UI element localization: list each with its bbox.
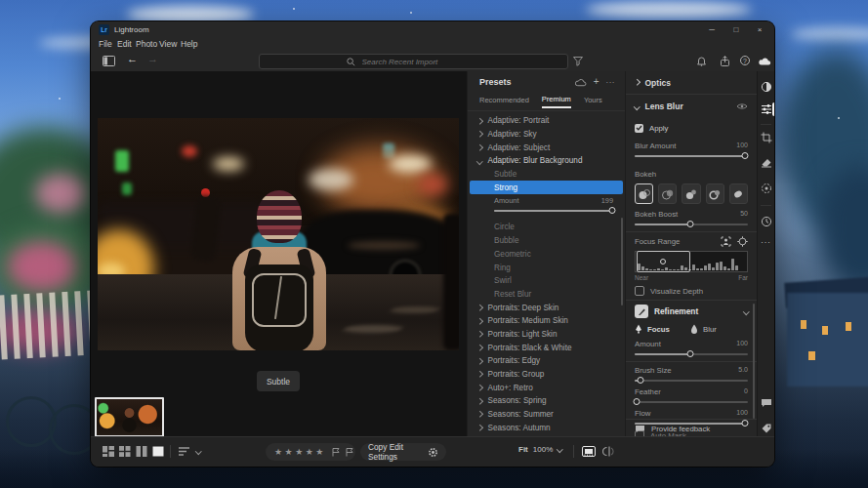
menu-view[interactable]: View <box>159 39 177 49</box>
preset-group[interactable]: Adaptive: Portrait <box>468 114 625 128</box>
comments-icon[interactable] <box>761 398 772 410</box>
eye-icon[interactable] <box>736 102 748 110</box>
menu-help[interactable]: Help <box>181 39 197 49</box>
zoom-level[interactable]: 100% <box>533 445 553 454</box>
help-icon[interactable]: ? <box>740 56 750 65</box>
copy-edit-settings-button[interactable]: Copy Edit Settings <box>368 442 421 462</box>
optics-section-header[interactable]: Optics <box>626 71 757 95</box>
select-subject-icon[interactable] <box>721 236 731 247</box>
lens-blur-section-header[interactable]: Lens Blur <box>626 95 757 118</box>
target-focus-icon[interactable] <box>737 236 748 247</box>
preset-group[interactable]: Portraits: Edgy <box>468 354 625 368</box>
preset-style[interactable]: Bubble <box>468 234 625 248</box>
bokeh-shape-geometric[interactable] <box>682 183 700 204</box>
preset-group[interactable]: Portraits: Light Skin <box>468 328 625 342</box>
search-box[interactable] <box>259 54 568 69</box>
pick-flag-icon[interactable] <box>332 448 340 457</box>
preset-sync-cloud-icon[interactable] <box>575 78 587 87</box>
focus-range-handle[interactable] <box>660 259 666 264</box>
preset-group[interactable]: Portraits: Medium Skin <box>468 314 625 328</box>
masking-icon[interactable] <box>761 183 772 194</box>
filmstrip-thumbnail[interactable] <box>95 397 164 437</box>
refinement-collapse-chevron-icon[interactable] <box>743 308 749 314</box>
preset-style[interactable]: Circle <box>468 221 625 234</box>
tab-recommended[interactable]: Recommended <box>479 96 529 107</box>
presets-more-icon[interactable]: ··· <box>606 78 616 87</box>
apply-checkbox-checked[interactable] <box>635 124 643 133</box>
bokeh-shape-swirl[interactable] <box>729 183 748 204</box>
presets-scrollbar[interactable] <box>621 218 623 305</box>
apply-row[interactable]: Apply <box>626 118 757 138</box>
search-input[interactable] <box>360 57 481 67</box>
close-button[interactable]: × <box>748 21 771 38</box>
visualize-depth-checkbox[interactable] <box>635 286 644 296</box>
notifications-bell-icon[interactable] <box>696 56 707 66</box>
preset-amount-slider[interactable] <box>494 210 613 212</box>
focus-brush-button[interactable]: Focus <box>635 324 670 334</box>
filmstrip-toggle-icon[interactable] <box>582 446 595 457</box>
feather-slider[interactable] <box>635 401 748 403</box>
visualize-depth-row[interactable]: Visualize Depth <box>635 286 748 296</box>
preset-style[interactable]: Geometric <box>468 248 625 262</box>
menu-file[interactable]: File <box>99 39 112 49</box>
preset-group-expanded[interactable]: Adaptive: Blur Background <box>468 154 625 168</box>
filter-icon[interactable] <box>573 57 583 66</box>
healing-eraser-icon[interactable] <box>761 156 772 168</box>
edit-icon[interactable] <box>761 81 772 93</box>
add-preset-icon[interactable]: + <box>594 78 599 86</box>
preset-group[interactable]: Adaptive: Sky <box>468 128 625 142</box>
preset-option-strong-selected[interactable]: Strong <box>470 181 623 194</box>
preset-group[interactable]: Seasons: Autumn <box>468 421 625 434</box>
bokeh-boost-slider[interactable] <box>635 224 748 225</box>
before-after-icon[interactable] <box>602 446 615 457</box>
preset-reset-blur[interactable]: Reset Blur <box>468 288 625 302</box>
menu-edit[interactable]: Edit <box>117 39 132 49</box>
preset-group[interactable]: Portraits: Deep Skin <box>468 301 625 314</box>
photo-canvas[interactable] <box>98 118 459 350</box>
preset-group[interactable]: Portraits: Group <box>468 368 625 382</box>
menu-photo[interactable]: Photo <box>136 39 157 49</box>
fit-button[interactable]: Fit <box>518 445 528 454</box>
focus-histogram[interactable] <box>635 251 748 272</box>
minimize-button[interactable]: ─ <box>700 21 723 38</box>
tab-premium[interactable]: Premium <box>542 95 571 108</box>
reject-flag-icon[interactable] <box>346 448 353 457</box>
share-icon[interactable] <box>720 56 730 66</box>
grid-view-icon[interactable] <box>119 446 132 457</box>
rail-more-icon[interactable]: ··· <box>761 237 772 249</box>
grid-mosaic-view-icon[interactable] <box>103 446 115 457</box>
sort-chevron-icon[interactable] <box>195 448 201 454</box>
maximize-button[interactable]: □ <box>724 21 748 38</box>
panel-toggle-icon[interactable] <box>103 56 115 66</box>
presets-adjust-icon-active[interactable] <box>761 103 772 115</box>
preset-option-subtle[interactable]: Subtle <box>468 168 625 182</box>
blur-amount-slider[interactable] <box>635 155 748 157</box>
preset-group[interactable]: Seasons: Summer <box>468 408 625 422</box>
preset-group[interactable]: Seasons: Spring <box>468 394 625 408</box>
star-rating[interactable]: ★★★★★ <box>274 443 326 461</box>
provide-feedback-button[interactable]: Provide feedback <box>626 419 757 437</box>
brush-size-slider[interactable] <box>635 380 748 382</box>
zoom-chevron-icon[interactable] <box>557 446 562 452</box>
history-clock-icon[interactable] <box>761 216 772 227</box>
keyword-tag-icon[interactable] <box>761 423 772 434</box>
titlebar[interactable]: Lr Lightroom ─ □ × <box>91 21 774 38</box>
preset-style[interactable]: Ring <box>468 261 625 274</box>
gear-icon[interactable] <box>428 447 438 458</box>
refinement-header[interactable]: Refinement <box>626 305 757 318</box>
sort-icon[interactable] <box>179 446 191 457</box>
crop-icon[interactable] <box>761 132 772 143</box>
compare-view-icon[interactable] <box>136 446 148 457</box>
preset-group[interactable]: Adaptive: Subject <box>468 141 625 154</box>
preset-group[interactable]: Auto+: Retro <box>468 381 625 394</box>
preset-group[interactable]: Portraits: Black & White <box>468 341 625 354</box>
cloud-sync-icon[interactable] <box>759 57 771 65</box>
tab-yours[interactable]: Yours <box>584 96 602 107</box>
focus-range-selection[interactable] <box>637 251 689 272</box>
bokeh-shape-ring[interactable] <box>706 183 724 204</box>
blur-brush-button[interactable]: Blur <box>690 324 717 334</box>
preset-style[interactable]: Swirl <box>468 274 625 288</box>
bokeh-shape-circle-selected[interactable] <box>635 183 653 204</box>
controls-scrollbar[interactable] <box>753 304 755 419</box>
back-arrow-icon[interactable]: ← <box>127 53 138 64</box>
